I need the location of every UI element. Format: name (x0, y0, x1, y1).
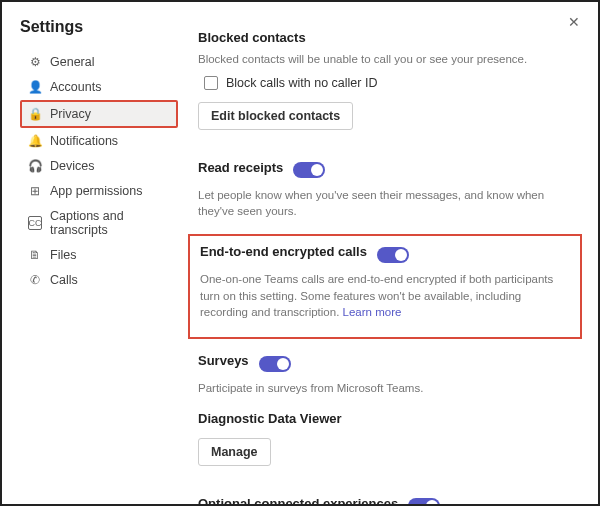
highlight-e2e: End-to-end encrypted calls One-on-one Te… (188, 234, 582, 339)
lock-icon: 🔒 (28, 107, 42, 121)
gear-icon: ⚙ (28, 55, 42, 69)
sidebar-item-label: Notifications (50, 134, 118, 148)
section-optional-experiences: Optional connected experiences Enhance y… (198, 496, 576, 504)
sidebar-item-notifications[interactable]: 🔔 Notifications (20, 129, 178, 153)
section-diagnostic: Diagnostic Data Viewer Manage (198, 411, 576, 482)
section-title: End-to-end encrypted calls (200, 244, 367, 259)
section-title: Diagnostic Data Viewer (198, 411, 576, 426)
checkbox-label: Block calls with no caller ID (226, 76, 377, 90)
section-surveys: Surveys Participate in surveys from Micr… (198, 353, 576, 397)
section-title: Optional connected experiences (198, 496, 398, 504)
section-desc: Blocked contacts will be unable to call … (198, 51, 576, 68)
sidebar-item-files[interactable]: 🗎 Files (20, 243, 178, 267)
read-receipts-toggle[interactable] (293, 162, 325, 178)
sidebar-item-label: General (50, 55, 94, 69)
sidebar-item-captions[interactable]: CC Captions and transcripts (20, 204, 178, 242)
content-panel: Blocked contacts Blocked contacts will b… (178, 16, 582, 504)
close-icon[interactable]: ✕ (564, 10, 584, 34)
cc-icon: CC (28, 216, 42, 230)
optional-experiences-toggle[interactable] (408, 498, 440, 504)
page-title: Settings (20, 18, 178, 36)
sidebar: Settings ⚙ General 👤 Accounts 🔒 Privacy … (20, 16, 178, 504)
sidebar-item-devices[interactable]: 🎧 Devices (20, 154, 178, 178)
sidebar-item-label: Devices (50, 159, 94, 173)
headset-icon: 🎧 (28, 159, 42, 173)
sidebar-item-app-permissions[interactable]: ⊞ App permissions (20, 179, 178, 203)
sidebar-item-label: App permissions (50, 184, 142, 198)
sidebar-item-calls[interactable]: ✆ Calls (20, 268, 178, 292)
section-blocked-contacts: Blocked contacts Blocked contacts will b… (198, 30, 576, 146)
sidebar-item-label: Accounts (50, 80, 101, 94)
sidebar-item-privacy[interactable]: 🔒 Privacy (20, 100, 178, 128)
sidebar-item-label: Captions and transcripts (50, 209, 172, 237)
sidebar-item-label: Files (50, 248, 76, 262)
sidebar-item-label: Calls (50, 273, 78, 287)
learn-more-link[interactable]: Learn more (343, 306, 402, 318)
section-desc: Participate in surveys from Microsoft Te… (198, 380, 576, 397)
section-desc: One-on-one Teams calls are end-to-end en… (200, 271, 570, 321)
sidebar-item-general[interactable]: ⚙ General (20, 50, 178, 74)
surveys-toggle[interactable] (259, 356, 291, 372)
bell-icon: 🔔 (28, 134, 42, 148)
sidebar-item-accounts[interactable]: 👤 Accounts (20, 75, 178, 99)
file-icon: 🗎 (28, 248, 42, 262)
manage-button[interactable]: Manage (198, 438, 271, 466)
section-title: Read receipts (198, 160, 283, 175)
section-read-receipts: Read receipts Let people know when you'v… (198, 160, 576, 220)
sidebar-item-label: Privacy (50, 107, 91, 121)
section-title: Surveys (198, 353, 249, 368)
checkbox-icon[interactable] (204, 76, 218, 90)
e2e-encrypted-calls-toggle[interactable] (377, 247, 409, 263)
block-no-caller-id-row[interactable]: Block calls with no caller ID (204, 76, 576, 90)
section-desc: Let people know when you've seen their m… (198, 187, 576, 220)
person-card-icon: 👤 (28, 80, 42, 94)
edit-blocked-contacts-button[interactable]: Edit blocked contacts (198, 102, 353, 130)
grid-icon: ⊞ (28, 184, 42, 198)
phone-icon: ✆ (28, 273, 42, 287)
section-title: Blocked contacts (198, 30, 576, 45)
